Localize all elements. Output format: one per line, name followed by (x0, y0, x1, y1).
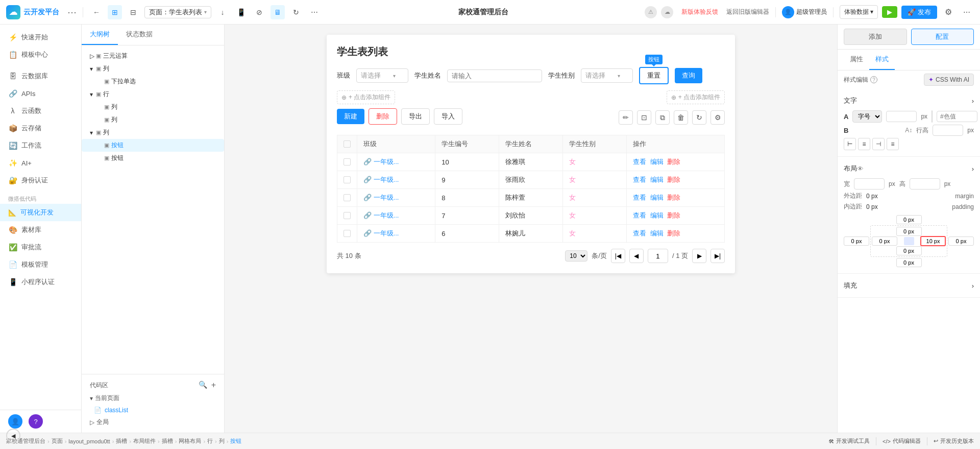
grid-view-btn[interactable]: ⊞ (108, 5, 122, 19)
tree-node-n6[interactable]: ▣ 列 (82, 113, 224, 126)
add-btn[interactable]: 添加 (844, 29, 907, 45)
sidebar-item-approval[interactable]: ✅ 审批流 (0, 239, 81, 256)
edit-link-3[interactable]: 编辑 (650, 211, 664, 219)
tree-node-n4[interactable]: ▾ ▣ 行 (82, 88, 224, 101)
code-add-icon[interactable]: + (211, 381, 216, 390)
query-btn[interactable]: 查询 (675, 68, 702, 83)
add-component-btn-2[interactable]: ⊕ + 点击添加组件 (667, 90, 725, 104)
sidebar-item-cloud-storage[interactable]: 📦 云存储 (0, 120, 81, 137)
menu-dots-icon[interactable]: ⋯ (67, 7, 77, 18)
height-input[interactable] (910, 178, 940, 190)
sidebar-item-ai-plus[interactable]: ✨ AI+ (0, 154, 81, 172)
filter-class-select[interactable]: 请选择 ▾ (356, 68, 408, 83)
delete-link-3[interactable]: 删除 (667, 211, 680, 219)
align-left-btn[interactable]: ⊢ (844, 138, 856, 150)
view-link-3[interactable]: 查看 (633, 211, 646, 219)
import-btn[interactable]: 导入 (434, 108, 462, 125)
sidebar-item-miniapp-auth[interactable]: 📱 小程序认证 (0, 273, 81, 291)
prev-page-btn[interactable]: ◀ (629, 249, 644, 263)
sidebar-item-template-center[interactable]: 📋 模板中心 (0, 46, 81, 63)
align-right-btn[interactable]: ⊣ (872, 138, 885, 150)
sidebar-item-template-mgmt[interactable]: 📄 模板管理 (0, 256, 81, 273)
desktop-view-btn[interactable]: 🖥 (271, 5, 285, 19)
tab-state-data[interactable]: 状态数据 (118, 25, 161, 45)
breadcrumb-layout-component[interactable]: 布局组件 (133, 437, 156, 445)
user-profile-btn[interactable]: 👤 (8, 414, 22, 429)
breadcrumb-page[interactable]: 页面 (52, 437, 63, 445)
spacing-outer-top-input[interactable] (896, 215, 922, 224)
spacing-left-input[interactable] (844, 237, 869, 246)
sidebar-item-material-lib[interactable]: 🎨 素材库 (0, 221, 81, 239)
sidebar-item-workflow[interactable]: 🔄 工作流 (0, 137, 81, 154)
first-page-btn[interactable]: |◀ (611, 249, 625, 263)
spacing-outer-bottom-input[interactable] (896, 258, 922, 267)
breadcrumb-grid-layout[interactable]: 网格布局 (179, 437, 201, 445)
new-version-btn[interactable]: 新版体验反馈 (681, 8, 718, 16)
user-area[interactable]: 👤 超级管理员 (782, 6, 827, 18)
edit-link-1[interactable]: 编辑 (650, 176, 664, 183)
sidebar-item-cloud-func[interactable]: λ 云函数 (0, 102, 81, 120)
row-checkbox-2[interactable] (344, 194, 351, 201)
sidebar-item-visual-dev[interactable]: 📐 可视化开发 (0, 204, 81, 221)
line-height-input[interactable] (933, 125, 963, 136)
settings-table-icon[interactable]: ⚙ (710, 110, 725, 125)
breadcrumb-layout[interactable]: layout_pmodu0tt (68, 438, 110, 444)
code-search-icon[interactable]: 🔍 (199, 381, 207, 390)
dev-history-btn[interactable]: ↩ 开发历史版本 (934, 437, 974, 445)
width-input[interactable] (854, 178, 885, 190)
tree-node-n5[interactable]: ▣ 列 (82, 101, 224, 113)
code-editor-btn[interactable]: </> 代码编辑器 (883, 437, 921, 445)
help-btn[interactable]: ? (29, 414, 43, 429)
color-value-input[interactable] (937, 111, 977, 122)
align-center-btn[interactable]: ≡ (858, 138, 870, 150)
breadcrumb-row[interactable]: 行 (207, 437, 213, 445)
config-btn[interactable]: 配置 (911, 29, 974, 45)
collapse-sidebar-btn[interactable]: ◀ (6, 429, 20, 433)
export-btn[interactable]: 导出 (401, 108, 430, 125)
breadcrumb-slot-2[interactable]: 插槽 (162, 437, 173, 445)
tree-node-n3[interactable]: ▣ 下拉单选 (82, 75, 224, 88)
copy-icon[interactable]: ⊡ (637, 110, 651, 125)
spacing-inner-left-input[interactable] (872, 237, 897, 246)
class-link-1[interactable]: 🔗 一年级... (363, 175, 429, 184)
row-checkbox-0[interactable] (344, 158, 351, 166)
save-icon-btn[interactable]: ↓ (215, 5, 230, 19)
view-link-4[interactable]: 查看 (633, 229, 646, 237)
trash-icon[interactable]: 🗑 (674, 110, 688, 125)
align-justify-btn[interactable]: ≡ (887, 138, 899, 150)
class-link-2[interactable]: 🔗 一年级... (363, 193, 429, 202)
current-page-input[interactable] (648, 249, 668, 263)
global-group[interactable]: ▷ 全局 (86, 416, 220, 429)
filter-gender-select[interactable]: 请选择 ▾ (581, 68, 633, 83)
edit-link-0[interactable]: 编辑 (650, 158, 664, 166)
class-link-3[interactable]: 🔗 一年级... (363, 211, 429, 220)
publish-btn[interactable]: 🚀 发布 (901, 6, 937, 19)
row-checkbox-3[interactable] (344, 212, 351, 219)
class-link-0[interactable]: 🔗 一年级... (363, 157, 429, 167)
preview-data-btn[interactable]: 体验数据 ▾ (840, 5, 878, 19)
tree-node-n7[interactable]: ▾ ▣ 列 (82, 126, 224, 139)
tab-outline-tree[interactable]: 大纲树 (82, 25, 118, 45)
tab-property[interactable]: 属性 (844, 50, 869, 70)
fill-section-title[interactable]: 填充 › (844, 278, 974, 293)
sidebar-item-quick-start[interactable]: ⚡ 快速开始 (0, 29, 81, 46)
tab-style[interactable]: 样式 (869, 50, 895, 70)
text-section-title[interactable]: 文字 › (844, 93, 974, 108)
refresh-btn[interactable]: ↻ (289, 5, 303, 19)
delete-link-4[interactable]: 删除 (667, 229, 680, 237)
row-checkbox-1[interactable] (344, 176, 351, 183)
last-page-btn[interactable]: ▶| (710, 249, 725, 263)
refresh-table-icon[interactable]: ↻ (692, 110, 706, 125)
tree-node-n1[interactable]: ▷ ▣ 三元运算 (82, 50, 224, 62)
back-btn[interactable]: ← (89, 5, 104, 19)
more-btn[interactable]: ⋯ (307, 5, 322, 19)
tree-node-n8[interactable]: ▣ 按钮 (82, 139, 224, 152)
tree-node-n9[interactable]: ▣ 按钮 (82, 152, 224, 164)
reset-btn[interactable]: 重置 (639, 67, 669, 84)
page-title-bar[interactable]: 页面：学生表列表 ▾ (144, 6, 211, 18)
view-link-2[interactable]: 查看 (633, 194, 646, 201)
spacing-right-input[interactable] (948, 237, 974, 246)
share-btn[interactable]: ⊘ (252, 5, 266, 19)
font-family-select[interactable]: 字号 (852, 110, 882, 123)
tree-node-n2[interactable]: ▾ ▣ 列 (82, 62, 224, 75)
